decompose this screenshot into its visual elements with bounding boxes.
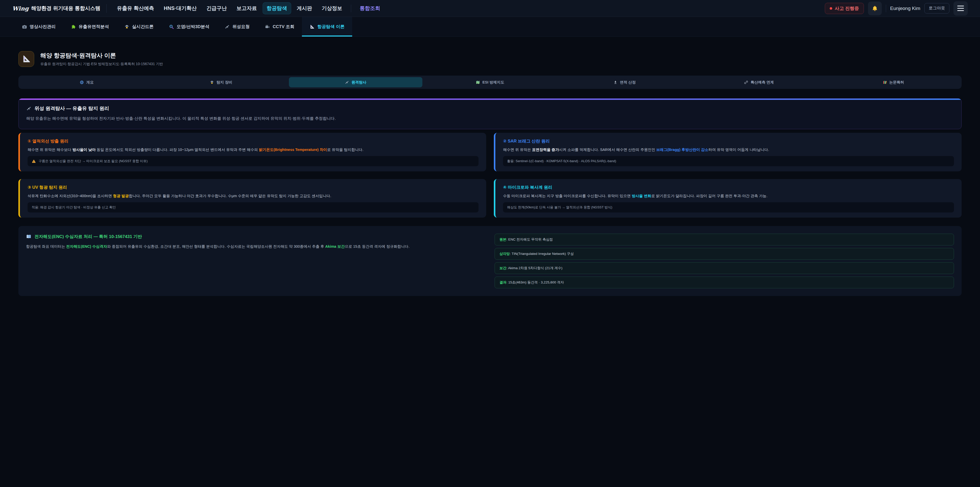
status-dot-icon xyxy=(830,7,832,10)
card-note-text: 해상도 한계(50km)로 단독 사용 불가 → 열적외선과 융합 (NGSST… xyxy=(507,205,612,210)
top-navigation: Wing 해양환경 위기대응 통합시스템 유출유 확산예측HNS·대기확산긴급구… xyxy=(0,0,980,17)
tab-4[interactable]: 면적 산정 xyxy=(558,77,691,87)
card-note-text: 적용: 해경 감시 항공기 야간 탐색 · 비정상 유출 신고 확인 xyxy=(32,205,116,210)
subnav-tab-label: CCTV 조회 xyxy=(272,24,294,30)
enc-left-column: 전자해도(ENC) 수심자료 처리 — 특허 10-1567431 기반 항공탐… xyxy=(26,234,484,288)
subnav-tab-1[interactable]: 유출유면적분석 xyxy=(63,17,117,37)
tab-label: 개요 xyxy=(86,80,94,85)
warning-icon xyxy=(32,159,36,163)
satellite-icon xyxy=(26,106,32,111)
puzzle-icon xyxy=(71,24,76,29)
magnifier-icon xyxy=(169,24,174,29)
enc-panel: 전자해도(ENC) 수심자료 처리 — 특허 10-1567431 기반 항공탐… xyxy=(18,226,962,296)
enc-row-label: 원본 xyxy=(500,237,506,242)
menu-item-4[interactable]: 항공탐색 xyxy=(262,2,291,14)
triangle-ruler-icon xyxy=(22,54,31,64)
logout-button[interactable]: 로그아웃 xyxy=(924,3,950,14)
incident-status-badge[interactable]: 사고 진행중 xyxy=(825,3,864,14)
subnav-tab-0[interactable]: 영상사진관리 xyxy=(14,17,63,37)
card-note: 적용: 해경 감시 항공기 야간 탐색 · 비정상 유출 신고 확인 xyxy=(27,202,479,212)
satellite-icon xyxy=(224,24,230,29)
enc-row-value: : 15초(463m) 등간격 · 3,225,600 격자 xyxy=(506,280,564,285)
subnav-tab-label: 오염/선박3D분석 xyxy=(177,24,209,30)
subnav-tab-label: 영상사진관리 xyxy=(30,24,56,30)
camera-icon xyxy=(22,24,27,29)
enc-title: 전자해도(ENC) 수심자료 처리 — 특허 10-1567431 기반 xyxy=(26,234,484,240)
tab-label: 면적 산정 xyxy=(620,80,636,85)
card-note: 해상도 한계(50km)로 단독 사용 불가 → 열적외선과 융합 (NGSST… xyxy=(503,202,954,212)
divider xyxy=(886,5,886,12)
menu-item-6[interactable]: 기상정보 xyxy=(318,2,346,14)
page-title: 해양 항공탐색·원격탐사 이론 xyxy=(40,51,163,59)
enc-row-label: 결과 xyxy=(500,280,506,285)
subnav-tab-label: 유출유면적분석 xyxy=(79,24,109,30)
subnav-tab-5[interactable]: CCTV 조회 xyxy=(257,17,302,37)
divider xyxy=(351,5,351,12)
principle-cards-grid: ① 열적외선 방출 원리해수면 위 유막은 해수보다 방사율이 낮아 동일 온도… xyxy=(18,133,962,217)
logo-mark: Wing xyxy=(12,5,29,12)
enc-process-rows: 원본 : ENC 전자해도 무작위 측심점삼각망 : TIN(Triangula… xyxy=(495,234,954,288)
enc-row-3: 결과 : 15초(463m) 등간격 · 3,225,600 격자 xyxy=(495,276,954,288)
tab-label: 원격탐사 xyxy=(352,80,366,85)
enc-row-label: 보간 xyxy=(500,266,506,270)
remote-sensing-intro-panel: 위성 원격탐사 — 유출유 탐지 원리 해양 유출유는 해수면에 유막을 형성하… xyxy=(18,98,962,129)
subnav-tab-label: 위성요청 xyxy=(232,24,250,30)
pen-nib-icon xyxy=(613,80,617,85)
enc-row-0: 원본 : ENC 전자해도 무작위 측심점 xyxy=(495,234,954,246)
card-title: ③ UV 형광 탐지 원리 xyxy=(27,185,479,190)
menu-item-7[interactable]: 통합조회 xyxy=(356,2,384,14)
card-note: 구름은 열적외선을 완전 차단 → 마이크로파 보조 필요 (NGSST 융합 … xyxy=(27,156,479,166)
sub-navigation: 영상사진관리유출유면적분석실시간드론오염/선박3D분석위성요청CCTV 조회항공… xyxy=(0,17,980,37)
subnav-tab-2[interactable]: 실시간드론 xyxy=(117,17,161,37)
menu-item-3[interactable]: 보고자료 xyxy=(232,2,261,14)
tab-6[interactable]: 논문특허 xyxy=(827,77,960,87)
globe-icon xyxy=(80,80,84,85)
enc-row-value: : ENC 전자해도 무작위 측심점 xyxy=(506,237,553,242)
main-menu: 유출유 확산예측HNS·대기확산긴급구난보고자료항공탐색게시판기상정보통합조회 xyxy=(113,2,384,14)
enc-row-value: : TIN(Triangulated Irregular Network) 구성 xyxy=(510,252,574,256)
user-name: Eunjeong Kim xyxy=(890,6,920,11)
subnav-tab-label: 실시간드론 xyxy=(132,24,154,30)
subnav-tab-4[interactable]: 위성요청 xyxy=(217,17,257,37)
tab-2[interactable]: 원격탐사 xyxy=(289,77,422,87)
card-body: 해수면 위 유막은 해수보다 방사율이 낮아 동일 온도에서도 적외선 방출량이… xyxy=(27,147,479,152)
section-tab-bar: 개요탐지 장비원격탐사ESI 방제지도면적 산정확산예측 연계논문특허 xyxy=(18,76,962,89)
subnav-tab-label: 항공탐색 이론 xyxy=(317,24,345,30)
card-title: ① 열적외선 방출 원리 xyxy=(27,139,479,144)
page-header: 해양 항공탐색·원격탐사 이론 유출유 원격탐지·항공감시 기법·ESI 방제정… xyxy=(18,51,962,67)
card-note-text: 구름은 열적외선을 완전 차단 → 마이크로파 보조 필요 (NGSST 융합 … xyxy=(38,159,148,163)
video-camera-icon xyxy=(265,24,270,29)
tab-3[interactable]: ESI 방제지도 xyxy=(423,77,557,87)
main-content: 해양 항공탐색·원격탐사 이론 유출유 원격탐지·항공감시 기법·ESI 방제정… xyxy=(0,37,980,296)
principle-card-3: ③ UV 형광 탐지 원리석유계 탄화수소에 자외선(310~400nm)을 조… xyxy=(18,179,486,217)
page-subtitle: 유출유 원격탐지·항공감시 기법·ESI 방제정보지도·등록특허 10-1567… xyxy=(40,62,163,66)
card-body: 해수면 위 유막은 표면장력을 증가시켜 소파를 억제합니다. SAR에서 해수… xyxy=(503,147,954,152)
tab-label: 탐지 장비 xyxy=(216,80,232,85)
ufo-icon xyxy=(210,80,214,85)
subnav-tab-6[interactable]: 항공탐색 이론 xyxy=(302,17,352,37)
card-body: 수동 마이크로파 복사계는 지구 방출 마이크로파를 수신합니다. 유막이 있으… xyxy=(503,193,954,198)
menu-item-5[interactable]: 게시판 xyxy=(293,2,316,14)
top-right-controls: 사고 진행중 Eunjeong Kim 로그아웃 xyxy=(825,1,968,16)
tab-1[interactable]: 탐지 장비 xyxy=(154,77,288,87)
app-logo: Wing 해양환경 위기대응 통합시스템 xyxy=(12,5,100,12)
page-icon-box xyxy=(18,51,34,67)
map-icon xyxy=(476,80,480,85)
tab-5[interactable]: 확산예측 연계 xyxy=(692,77,826,87)
menu-item-0[interactable]: 유출유 확산예측 xyxy=(113,2,158,14)
card-body: 석유계 탄화수소에 자외선(310~400nm)을 조사하면 형광 발광합니다.… xyxy=(27,193,479,198)
open-book-icon xyxy=(26,234,32,239)
subnav-tab-3[interactable]: 오염/선박3D분석 xyxy=(161,17,217,37)
card-title: ② SAR 브래그 산란 원리 xyxy=(503,139,954,144)
hamburger-menu-button[interactable] xyxy=(953,1,968,16)
status-badge-label: 사고 진행중 xyxy=(835,5,859,11)
enc-row-label: 삼각망 xyxy=(500,252,510,256)
notification-bell-button[interactable] xyxy=(868,2,882,15)
card-title: ④ 마이크로파 복사계 원리 xyxy=(503,185,954,190)
tab-0[interactable]: 개요 xyxy=(20,77,153,87)
card-note: 활용: Sentinel-1(C-band) · KOMPSAT-5(X-ban… xyxy=(503,156,954,166)
satellite-icon xyxy=(345,80,349,85)
menu-item-2[interactable]: 긴급구난 xyxy=(202,2,231,14)
panel-title: 위성 원격탐사 — 유출유 탐지 원리 xyxy=(26,105,954,112)
menu-item-1[interactable]: HNS·대기확산 xyxy=(160,2,201,14)
